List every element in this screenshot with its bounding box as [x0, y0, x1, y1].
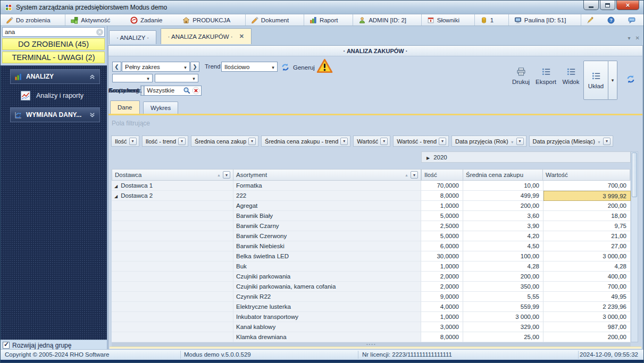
toolbar-item-do-zrobienia[interactable]: Do zrobienia: [1, 14, 65, 26]
price-cell[interactable]: 350,00: [463, 282, 543, 292]
toolbar-item-paulina[interactable]: Paulina [ID: 51]: [509, 14, 581, 26]
supplier-cell[interactable]: [112, 241, 233, 251]
table-row[interactable]: Elektryczne lusterka 4,0000 559,99 2 239…: [112, 302, 631, 312]
value-cell[interactable]: 3 000,00: [543, 312, 631, 322]
filter-input[interactable]: Wszystkie: [144, 86, 202, 96]
table-row[interactable]: Belka świetlna LED 30,0000 100,00 3 000,…: [112, 251, 631, 261]
item-cell[interactable]: Barwnik Biały: [233, 211, 421, 221]
item-cell[interactable]: Inkubator transportowy: [233, 312, 421, 322]
toolbar-item-paint[interactable]: [581, 14, 602, 26]
tab-list-dropdown-icon[interactable]: [628, 32, 631, 42]
range-next-button[interactable]: [190, 62, 199, 72]
drukuj-button[interactable]: Drukuj: [508, 61, 533, 85]
price-cell[interactable]: 25,00: [463, 332, 543, 342]
range-prev-button[interactable]: [112, 62, 121, 72]
horizontal-scrollbar[interactable]: [112, 342, 631, 347]
table-row[interactable]: Kanał kablowy 3,0000 329,00 987,00: [112, 322, 631, 332]
toolbar-item-admin[interactable]: ADMIN [ID: 2]: [353, 14, 422, 26]
item-cell[interactable]: Elektryczne lusterka: [233, 302, 421, 312]
column-header-dostawca[interactable]: Dostawca: [112, 169, 233, 181]
table-row[interactable]: Czujniki parkowania, kamera cofania 2,00…: [112, 282, 631, 292]
price-cell[interactable]: 3,90: [463, 221, 543, 231]
value-cell[interactable]: 18,00: [543, 211, 631, 221]
toolbar-item-help[interactable]: ?: [602, 14, 623, 26]
field-chip[interactable]: Wartość: [353, 136, 390, 147]
item-cell[interactable]: Formatka: [233, 181, 421, 191]
value-cell[interactable]: 200,00: [543, 332, 631, 342]
supplier-cell[interactable]: [112, 201, 233, 211]
price-cell[interactable]: 10,00: [463, 181, 543, 191]
price-cell[interactable]: 4,28: [463, 261, 543, 272]
supplier-cell[interactable]: [112, 332, 233, 342]
clear-filter-icon[interactable]: [192, 87, 200, 95]
table-row[interactable]: Czynnik R22 9,0000 5,55 49,95: [112, 292, 631, 302]
item-cell[interactable]: Barwnik Czerwony: [233, 231, 421, 241]
supplier-cell[interactable]: [112, 302, 233, 312]
value-cell[interactable]: 27,00: [543, 241, 631, 251]
value-cell[interactable]: 9,75: [543, 221, 631, 231]
table-row[interactable]: Barwnik Czerwony 5,0000 4,20 21,00: [112, 231, 631, 241]
toolbar-item-licznik[interactable]: 1: [475, 14, 509, 26]
tab-close-icon[interactable]: [239, 33, 244, 40]
column-filter-icon[interactable]: [223, 171, 230, 179]
qty-cell[interactable]: 1,0000: [421, 201, 463, 211]
column-header-ilosc[interactable]: Ilość: [421, 169, 463, 181]
scrollbar-grip[interactable]: [366, 344, 377, 345]
field-chip-dropdown-icon[interactable]: [129, 138, 137, 145]
field-chip[interactable]: Data przyjęcia (Miesiąc): [529, 136, 613, 147]
qty-cell[interactable]: 5,0000: [421, 211, 463, 221]
table-row[interactable]: Barwnik Czarny 2,5000 3,90 9,75: [112, 221, 631, 231]
qty-cell[interactable]: 1,0000: [421, 312, 463, 322]
field-chip-dropdown-icon[interactable]: [340, 138, 348, 145]
expand-row-icon[interactable]: [114, 192, 118, 199]
expand-one-group-checkbox[interactable]: [3, 342, 10, 349]
table-row[interactable]: Buk 1,0000 4,28 4,28: [112, 261, 631, 272]
field-chip-dropdown-icon[interactable]: [248, 138, 256, 145]
table-row[interactable]: Agregat 1,0000 200,00 200,00: [112, 201, 631, 211]
toolbar-item-aktywnosc[interactable]: Aktywność: [65, 14, 125, 26]
field-chip[interactable]: Średnia cena zakupu - trend: [261, 136, 350, 147]
value-cell[interactable]: 400,00: [543, 272, 631, 282]
value-cell[interactable]: 987,00: [543, 322, 631, 332]
field-chip[interactable]: Data przyjęcia (Rok): [451, 136, 526, 147]
do-zrobienia-counter-button[interactable]: DO ZROBIENIA (45): [2, 38, 105, 50]
price-cell[interactable]: 4,20: [463, 231, 543, 241]
qty-cell[interactable]: 2,0000: [421, 282, 463, 292]
sidebar-group-wymiana-danych[interactable]: WYMIANA DANY...: [10, 107, 100, 122]
tab-analizy[interactable]: · ANALIZY ·: [109, 30, 156, 44]
supplier-cell[interactable]: [112, 221, 233, 231]
supplier-cell[interactable]: [112, 322, 233, 332]
column-header-srednia-cena[interactable]: Średnia cena zakupu: [463, 169, 543, 181]
field-chip-dropdown-icon[interactable]: [516, 138, 524, 145]
value-cell[interactable]: 3 999,92: [543, 191, 631, 201]
toolbar-item-zadanie[interactable]: Zadanie: [125, 14, 177, 26]
maximize-button[interactable]: [600, 1, 615, 10]
value-cell[interactable]: 3 000,00: [543, 251, 631, 261]
supplier-cell[interactable]: [112, 282, 233, 292]
field-chip-dropdown-icon[interactable]: [439, 138, 446, 145]
field-chip-dropdown-icon[interactable]: [603, 138, 610, 145]
supplier-cell[interactable]: Dostawca 2: [112, 191, 233, 201]
qty-cell[interactable]: 1,0000: [421, 261, 463, 272]
eksport-button[interactable]: Eksport: [533, 61, 558, 85]
field-chip[interactable]: Wartość - trend: [393, 136, 449, 147]
price-cell[interactable]: 3 000,00: [463, 312, 543, 322]
table-row[interactable]: Czujniki parkowania 2,0000 200,00 400,00: [112, 272, 631, 282]
vertical-scrollbar[interactable]: [631, 151, 638, 342]
column-header-asortyment[interactable]: Asortyment: [233, 169, 421, 181]
table-row[interactable]: Inkubator transportowy 1,0000 3 000,00 3…: [112, 312, 631, 322]
range-sub-select-1[interactable]: [112, 74, 153, 82]
uklad-dropdown-icon[interactable]: [608, 61, 617, 100]
item-cell[interactable]: Czujniki parkowania: [233, 272, 421, 282]
search-clear-icon[interactable]: [96, 29, 103, 36]
column-filter-icon[interactable]: [411, 171, 418, 179]
sidebar-item-analizy-i-raporty[interactable]: Analizy i raporty: [21, 91, 107, 100]
terminal-uwagi-counter-button[interactable]: TERMINAL - UWAGI (2): [2, 52, 105, 63]
field-chip[interactable]: Ilość - trend: [142, 136, 188, 147]
item-cell[interactable]: Kanał kablowy: [233, 322, 421, 332]
qty-cell[interactable]: 30,0000: [421, 251, 463, 261]
widok-button[interactable]: Widok: [558, 61, 583, 85]
scrollbar-thumb[interactable]: [632, 153, 637, 197]
item-cell[interactable]: Czynnik R22: [233, 292, 421, 302]
year-group-header[interactable]: 2020: [421, 151, 631, 163]
